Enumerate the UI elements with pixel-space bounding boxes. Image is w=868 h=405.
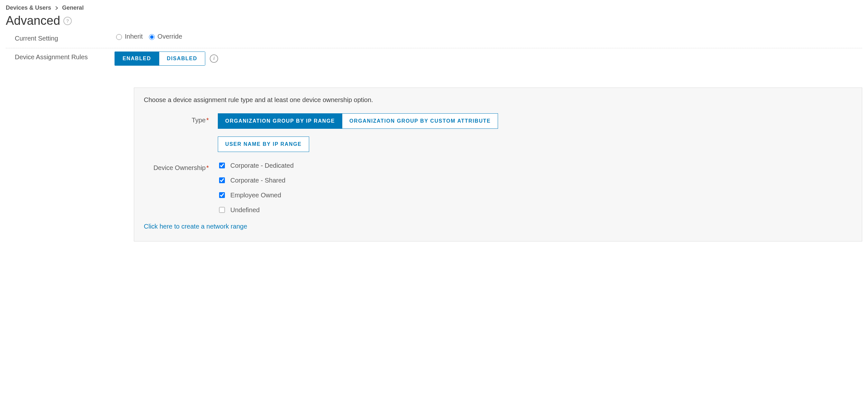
breadcrumb-item[interactable]: General [62,4,84,11]
create-network-range-link[interactable]: Click here to create a network range [144,223,247,230]
device-assignment-rules-label: Device Assignment Rules [15,52,115,61]
type-label: Type* [144,113,218,124]
ownership-option-label: Undefined [230,206,260,214]
disabled-button[interactable]: DISABLED [159,52,206,66]
type-option-org-group-ip-range[interactable]: ORGANIZATION GROUP BY IP RANGE [218,113,342,129]
rules-panel: Choose a device assignment rule type and… [134,88,862,241]
type-options: ORGANIZATION GROUP BY IP RANGE ORGANIZAT… [218,113,852,152]
ownership-option-label: Employee Owned [230,192,281,199]
ownership-option-corporate-shared[interactable]: Corporate - Shared [218,176,852,184]
breadcrumb: Devices & Users General [6,4,862,11]
panel-intro: Choose a device assignment rule type and… [144,96,852,104]
type-option-user-name-ip-range[interactable]: USER NAME BY IP RANGE [218,137,309,152]
page-title: Advanced [6,14,60,28]
enabled-button[interactable]: ENABLED [115,52,159,66]
help-icon[interactable]: ? [63,17,72,25]
ownership-checkbox[interactable] [219,207,225,213]
ownership-options: Corporate - Dedicated Corporate - Shared… [218,161,852,214]
current-setting-row: Current Setting Inherit Override [6,32,862,48]
override-radio[interactable] [149,34,155,40]
override-radio-option[interactable]: Override [147,33,182,40]
ownership-checkbox[interactable] [219,192,225,198]
ownership-option-employee-owned[interactable]: Employee Owned [218,191,852,199]
inherit-radio-option[interactable]: Inherit [115,33,143,40]
type-option-org-group-custom-attribute[interactable]: ORGANIZATION GROUP BY CUSTOM ATTRIBUTE [342,113,498,129]
ownership-option-label: Corporate - Shared [230,177,285,184]
inherit-radio[interactable] [116,34,122,40]
ownership-option-corporate-dedicated[interactable]: Corporate - Dedicated [218,162,852,169]
device-assignment-rules-row: Device Assignment Rules ENABLED DISABLED… [6,48,862,74]
ownership-checkbox[interactable] [219,163,225,168]
ownership-option-undefined[interactable]: Undefined [218,206,852,214]
current-setting-label: Current Setting [15,33,115,42]
device-ownership-label: Device Ownership* [144,161,218,172]
ownership-option-label: Corporate - Dedicated [230,162,294,169]
inherit-radio-label: Inherit [125,33,143,40]
info-icon[interactable]: i [210,54,218,63]
breadcrumb-item[interactable]: Devices & Users [6,4,51,11]
ownership-checkbox[interactable] [219,177,225,183]
enabled-disabled-toggle: ENABLED DISABLED [115,52,205,66]
override-radio-label: Override [158,33,182,40]
chevron-right-icon [55,6,58,10]
